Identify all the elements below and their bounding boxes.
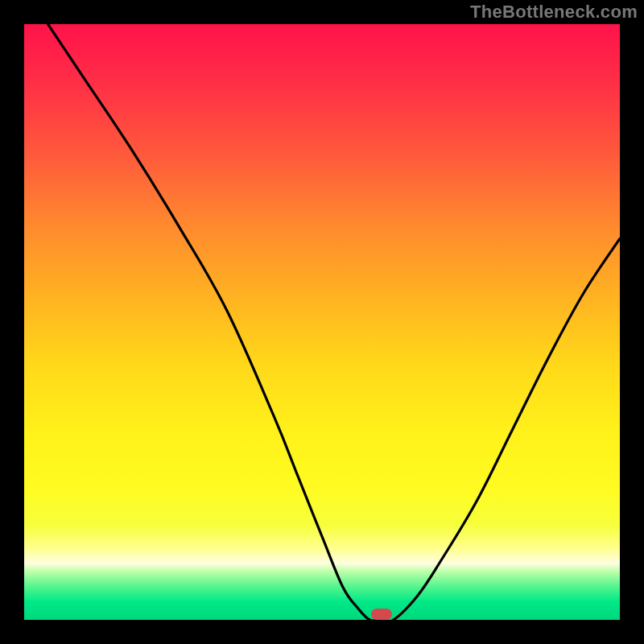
bottleneck-curve <box>24 24 620 620</box>
chart-frame: TheBottleneck.com <box>0 0 644 644</box>
attribution-label: TheBottleneck.com <box>470 2 638 23</box>
minimum-marker <box>371 609 392 620</box>
plot-area <box>24 24 620 620</box>
